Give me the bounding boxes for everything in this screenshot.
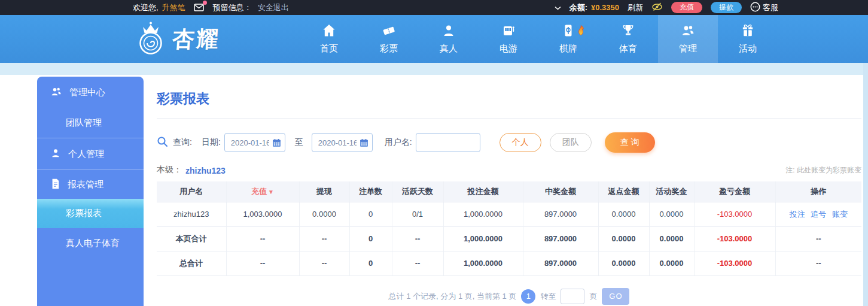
refresh-link[interactable]: 刷新 (628, 2, 643, 13)
hot-fire-icon (575, 25, 587, 38)
chase-link[interactable]: 追号 (811, 210, 826, 219)
deposit-button[interactable]: 充值 (671, 2, 702, 13)
table-row-grand-total: 总合计 -- -- 0 -- 1,000.0000 897.0000 0.000… (157, 251, 861, 275)
sidebar: 管理中心 团队管理 个人管理 报表管理 彩票报表 真人电子体育 (37, 77, 144, 306)
notification-dot (203, 1, 207, 5)
nav-item-cards[interactable]: 棋牌 (538, 15, 598, 63)
username-input[interactable] (416, 133, 480, 152)
current-username[interactable]: 升煞笔 (162, 2, 185, 13)
mail-icon[interactable] (194, 3, 205, 12)
to-label: 至 (295, 137, 303, 148)
date-label: 日期: (202, 137, 221, 148)
col-orders: 注单数 (349, 181, 392, 202)
nav-item-live[interactable]: 真人 (419, 15, 479, 63)
mahjong-tile-icon (561, 24, 575, 39)
chevron-down-icon[interactable] (555, 3, 561, 12)
reserved-info-label: 预留信息： (213, 2, 252, 13)
page-title: 彩票报表 (157, 90, 861, 108)
table-row-user: zhizhu123 1,003.0000 0.0000 0 0/1 1,000.… (157, 202, 861, 226)
nav-item-egames[interactable]: 电游 (479, 15, 538, 63)
gift-icon (741, 24, 755, 39)
balance-value: ¥0.3350 (591, 3, 619, 12)
username-label: 用户名: (385, 137, 412, 148)
sidebar-item-manage-center[interactable]: 管理中心 (37, 77, 144, 108)
query-button[interactable]: 查 询 (605, 132, 655, 153)
level-row: 本级： zhizhu123 注: 此处账变为彩票账变 (157, 165, 861, 175)
app-window: 欢迎您, 升煞笔 预留信息： 安全退出 余额: ¥0.3350 刷新 充值 提款 (0, 0, 868, 306)
users-icon (50, 86, 62, 99)
level-username[interactable]: zhizhu123 (185, 166, 226, 175)
logout-link[interactable]: 安全退出 (258, 2, 289, 13)
users-icon (681, 24, 695, 39)
query-label: 查询: (173, 137, 192, 148)
date-from-input[interactable] (224, 133, 285, 152)
pagination-summary: 总计 1 个记录, 分为 1 页, 当前第 1 页 (389, 291, 517, 302)
team-filter-button[interactable]: 团队 (550, 133, 592, 152)
slot-machine-icon (501, 24, 516, 39)
col-withdraw: 提现 (299, 181, 349, 202)
col-rebate: 返点金额 (598, 181, 649, 202)
logo-text: 杏耀 (171, 25, 221, 54)
table-header-row: 用户名 充值▼ 提现 注单数 活跃天数 投注金额 中奖金额 返点金额 活动奖金 … (157, 181, 861, 202)
col-active-days: 活跃天数 (392, 181, 443, 202)
main-content: 彩票报表 查询: 日期: 至 用户名: 个人 团队 查 询 本级： zhizhu… (144, 75, 863, 306)
report-table: 用户名 充值▼ 提现 注单数 活跃天数 投注金额 中奖金额 返点金额 活动奖金 … (157, 181, 861, 276)
document-icon (50, 178, 60, 191)
sidebar-item-live-egame-sports[interactable]: 真人电子体育 (37, 228, 144, 258)
scrollbar-track[interactable] (863, 63, 868, 306)
col-bonus: 活动奖金 (649, 181, 694, 202)
goto-page-input[interactable] (561, 289, 584, 304)
customer-service-link[interactable]: 客服 (750, 2, 778, 14)
ticket-icon (382, 24, 396, 39)
bet-link[interactable]: 投注 (790, 210, 805, 219)
account-change-note: 注: 此处账变为彩票账变 (785, 165, 861, 175)
sidebar-item-lottery-report[interactable]: 彩票报表 (37, 199, 144, 228)
trophy-icon (621, 24, 635, 39)
table-row-page-total: 本页合计 -- -- 0 -- 1,000.0000 897.0000 0.00… (157, 226, 861, 251)
level-label: 本级： (157, 165, 182, 175)
current-page-button[interactable]: 1 (521, 289, 535, 304)
person-icon (441, 24, 456, 39)
col-actions: 操作 (775, 181, 861, 202)
main-nav: 杏耀 首页 彩票 真人 电游 棋牌 (0, 15, 868, 63)
col-bet-amount: 投注金额 (443, 181, 523, 202)
top-bar: 欢迎您, 升煞笔 预留信息： 安全退出 余额: ¥0.3350 刷新 充值 提款 (0, 0, 868, 15)
page-background-band (0, 63, 868, 75)
nav-item-sports[interactable]: 体育 (598, 15, 658, 63)
nav-item-promos[interactable]: 活动 (718, 15, 778, 63)
date-from-wrap (224, 133, 285, 152)
account-change-link[interactable]: 账变 (832, 210, 848, 219)
search-icon (157, 136, 168, 149)
crown-emblem-icon (133, 20, 169, 59)
row-actions: 投注 追号 账变 (775, 202, 861, 226)
home-icon (322, 24, 336, 39)
search-form: 查询: 日期: 至 用户名: 个人 团队 查 询 (157, 132, 861, 153)
chat-icon (750, 2, 760, 14)
date-to-wrap (312, 133, 373, 152)
person-icon (50, 148, 61, 160)
personal-filter-button[interactable]: 个人 (500, 133, 541, 152)
go-button[interactable]: GO (602, 288, 629, 305)
page-unit-label: 页 (589, 291, 597, 302)
nav-item-lottery[interactable]: 彩票 (359, 15, 419, 63)
date-to-input[interactable] (312, 133, 373, 152)
col-profit: 盈亏金额 (694, 181, 775, 202)
sidebar-item-report-manage[interactable]: 报表管理 (37, 170, 144, 199)
nav-menu: 首页 彩票 真人 电游 棋牌 体 (299, 15, 778, 63)
sort-desc-icon: ▼ (268, 189, 274, 195)
nav-item-manage[interactable]: 管理 (658, 15, 718, 63)
sidebar-item-personal-manage[interactable]: 个人管理 (37, 138, 144, 169)
brand-logo[interactable]: 杏耀 (133, 20, 220, 59)
sidebar-item-team-manage[interactable]: 团队管理 (37, 108, 144, 138)
withdraw-button[interactable]: 提款 (711, 2, 742, 13)
balance-label: 余额: (569, 2, 587, 13)
col-username: 用户名 (157, 181, 226, 202)
eye-slash-icon[interactable] (651, 2, 663, 13)
col-win-amount: 中奖金额 (523, 181, 598, 202)
goto-label: 转至 (540, 291, 556, 302)
col-deposit-sortable[interactable]: 充值▼ (226, 181, 299, 202)
pagination: 总计 1 个记录, 分为 1 页, 当前第 1 页 1 转至 页 GO (157, 288, 861, 305)
welcome-text: 欢迎您, (133, 2, 159, 13)
nav-item-home[interactable]: 首页 (299, 15, 359, 63)
divider (157, 118, 861, 119)
